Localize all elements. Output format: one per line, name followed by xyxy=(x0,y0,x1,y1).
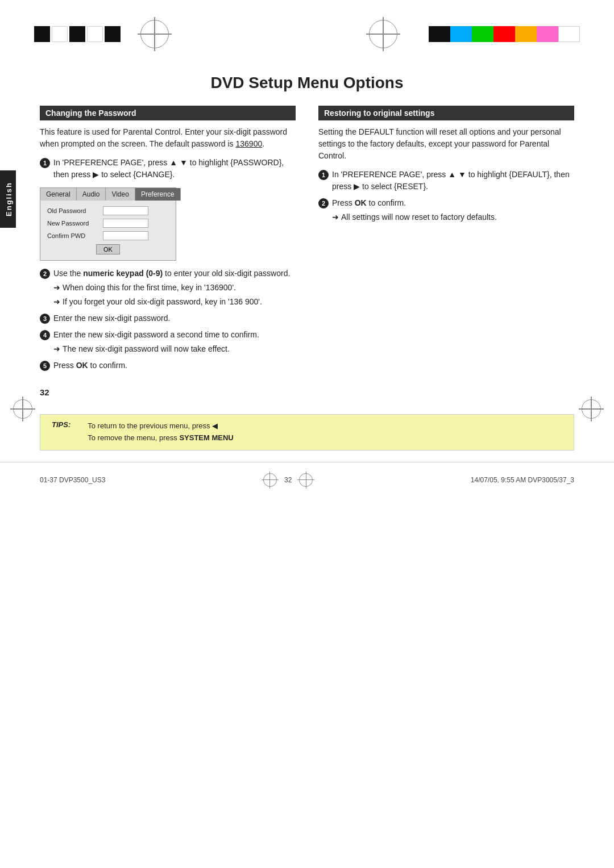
step-1-number: 1 xyxy=(40,158,50,168)
tips-bar: TIPS: To return to the previous menu, pr… xyxy=(40,414,574,450)
step-4-arrow: ➜ The new six-digit password will now ta… xyxy=(53,343,296,355)
step-4-text: Enter the new six-digit password a secon… xyxy=(53,329,296,355)
pref-ok-row: OK xyxy=(47,244,169,254)
step-1-text: In 'PREFERENCE PAGE', press ▲ ▼ to highl… xyxy=(53,157,296,181)
reg-square-2 xyxy=(52,26,68,42)
reg-square-4 xyxy=(87,26,103,42)
tips-line-2: To remove the menu, press SYSTEM MENU xyxy=(88,432,233,444)
footer-left-text: 01-37 DVP3500_US3 xyxy=(40,476,105,484)
main-content: DVD Setup Menu Options Changing the Pass… xyxy=(0,57,614,387)
footer-page-number: 32 xyxy=(284,476,292,484)
page-number: 32 xyxy=(0,387,614,397)
right-step-1: 1 In 'PREFERENCE PAGE', press ▲ ▼ to hig… xyxy=(318,169,574,193)
footer: 01-37 DVP3500_US3 32 14/07/05, 9:55 AM D… xyxy=(0,462,614,498)
right-step-1-number: 1 xyxy=(318,170,329,180)
footer-crosshair-2 xyxy=(297,471,314,489)
pref-row-old-password: Old Password xyxy=(47,206,169,215)
step-5-number: 5 xyxy=(40,361,50,371)
tips-line-1: To return to the previous menu, press ◀ xyxy=(88,420,233,432)
reg-square-5 xyxy=(105,26,121,42)
pref-ok-button[interactable]: OK xyxy=(96,244,120,254)
footer-crosshair xyxy=(262,471,279,489)
step-4-number: 4 xyxy=(40,330,50,340)
footer-right-text: 14/07/05, 9:55 AM DVP3005/37_3 xyxy=(471,476,574,484)
right-step-2-number: 2 xyxy=(318,198,329,208)
right-step-2-text: Press OK to confirm. ➜ All settings will… xyxy=(332,197,574,223)
tab-video[interactable]: Video xyxy=(106,188,135,201)
new-password-label: New Password xyxy=(47,220,98,227)
old-password-input[interactable] xyxy=(103,206,148,215)
confirm-pwd-input[interactable] xyxy=(103,231,148,240)
step-2-arrow-2: ➜ If you forget your old six-digit passw… xyxy=(53,296,296,308)
pref-tabs: General Audio Video Preference xyxy=(40,188,176,201)
new-password-input[interactable] xyxy=(103,219,148,228)
left-intro-text: This feature is used for Parental Contro… xyxy=(40,126,296,150)
color-registration-blocks xyxy=(429,26,580,42)
left-step-1: 1 In 'PREFERENCE PAGE', press ▲ ▼ to hig… xyxy=(40,157,296,181)
reg-square-1 xyxy=(34,26,50,42)
tips-label: TIPS: xyxy=(52,420,70,444)
right-intro-text: Setting the DEFAULT function will reset … xyxy=(318,126,574,162)
tab-general[interactable]: General xyxy=(40,188,77,201)
two-column-layout: Changing the Password This feature is us… xyxy=(40,106,574,376)
left-step-2: 2 Use the numeric keypad (0-9) to enter … xyxy=(40,268,296,308)
step-2-arrow-1: ➜ When doing this for the first time, ke… xyxy=(53,282,296,294)
language-tab: English xyxy=(0,170,16,228)
reg-square-3 xyxy=(69,26,85,42)
step-2-text: Use the numeric keypad (0-9) to enter yo… xyxy=(53,268,296,308)
step-3-text: Enter the new six-digit password. xyxy=(53,312,296,324)
right-step-2-arrow: ➜ All settings will now reset to factory… xyxy=(332,211,574,223)
reg-marks-left xyxy=(34,26,121,42)
pref-row-confirm-pwd: Confirm PWD xyxy=(47,231,169,240)
tab-audio[interactable]: Audio xyxy=(77,188,106,201)
crosshair-top-right xyxy=(366,17,400,51)
preference-dialog: General Audio Video Preference Old Passw… xyxy=(40,187,176,261)
crosshair-side-right xyxy=(580,398,603,420)
step-2-number: 2 xyxy=(40,269,50,279)
right-step-2: 2 Press OK to confirm. ➜ All settings wi… xyxy=(318,197,574,223)
left-section-header: Changing the Password xyxy=(40,106,296,120)
old-password-label: Old Password xyxy=(47,207,98,214)
step-5-text: Press OK to confirm. xyxy=(53,360,296,372)
crosshair-top-left xyxy=(138,17,172,51)
pref-dialog-body: Old Password New Password Confirm PWD OK xyxy=(40,201,176,260)
tips-content: To return to the previous menu, press ◀ … xyxy=(88,420,233,444)
right-section-header: Restoring to original settings xyxy=(318,106,574,120)
left-step-4: 4 Enter the new six-digit password a sec… xyxy=(40,329,296,355)
crosshair-side-left xyxy=(11,398,34,420)
page-title: DVD Setup Menu Options xyxy=(40,74,574,92)
left-column: Changing the Password This feature is us… xyxy=(40,106,296,376)
step-3-number: 3 xyxy=(40,314,50,324)
left-step-5: 5 Press OK to confirm. xyxy=(40,360,296,372)
top-registration-bar xyxy=(0,0,614,57)
pref-row-new-password: New Password xyxy=(47,219,169,228)
right-step-1-text: In 'PREFERENCE PAGE', press ▲ ▼ to highl… xyxy=(332,169,574,193)
left-step-3: 3 Enter the new six-digit password. xyxy=(40,312,296,324)
tab-preference[interactable]: Preference xyxy=(135,188,181,201)
confirm-pwd-label: Confirm PWD xyxy=(47,232,98,239)
footer-center: 32 xyxy=(262,471,314,489)
right-column: Restoring to original settings Setting t… xyxy=(318,106,574,228)
